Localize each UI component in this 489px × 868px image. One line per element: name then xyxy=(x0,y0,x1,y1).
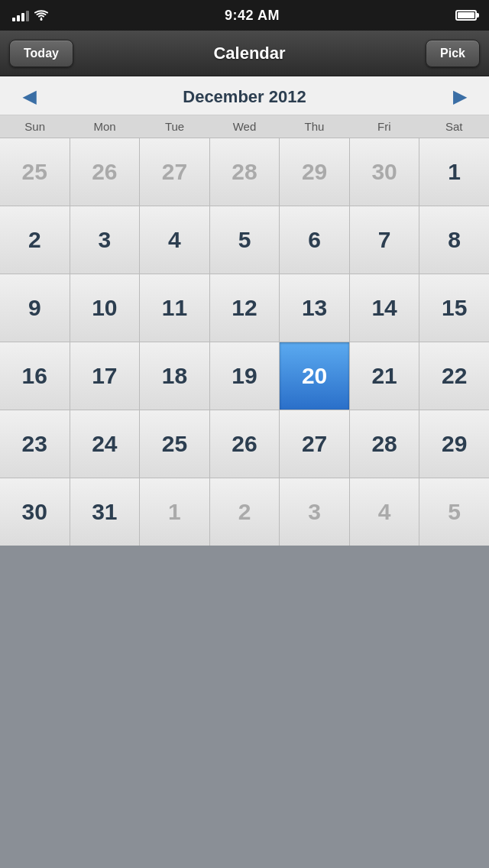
calendar-day-23[interactable]: 18 xyxy=(140,342,209,410)
calendar-day-18[interactable]: 13 xyxy=(280,274,349,342)
calendar-day-17[interactable]: 12 xyxy=(210,274,280,342)
calendar-day-20[interactable]: 15 xyxy=(419,274,489,342)
day-header-wed: Wed xyxy=(209,115,279,138)
calendar-day-14[interactable]: 9 xyxy=(0,274,70,342)
pick-button[interactable]: Pick xyxy=(426,40,480,67)
nav-bar: Today Calendar Pick xyxy=(0,31,489,76)
calendar-day-19[interactable]: 14 xyxy=(350,274,419,342)
month-title: December 2012 xyxy=(183,87,306,107)
wifi-icon xyxy=(34,9,49,21)
calendar-day-28[interactable]: 23 xyxy=(0,410,70,478)
calendar-day-30[interactable]: 25 xyxy=(140,410,209,478)
nav-title: Calendar xyxy=(213,44,285,63)
calendar-day-25[interactable]: 20 xyxy=(280,342,349,410)
calendar-day-39[interactable]: 3 xyxy=(280,478,349,546)
calendar-day-6[interactable]: 1 xyxy=(419,138,489,206)
calendar-day-41[interactable]: 5 xyxy=(419,478,489,546)
status-time: 9:42 AM xyxy=(225,8,280,24)
calendar-day-10[interactable]: 5 xyxy=(210,206,280,274)
calendar-day-35[interactable]: 30 xyxy=(0,478,70,546)
calendar-day-7[interactable]: 2 xyxy=(0,206,70,274)
calendar-day-36[interactable]: 31 xyxy=(70,478,140,546)
calendar-day-33[interactable]: 28 xyxy=(350,410,419,478)
calendar-day-13[interactable]: 8 xyxy=(419,206,489,274)
day-header-tue: Tue xyxy=(140,115,209,138)
today-button[interactable]: Today xyxy=(9,40,73,67)
calendar-day-9[interactable]: 4 xyxy=(140,206,209,274)
calendar-day-2[interactable]: 27 xyxy=(140,138,209,206)
calendar-day-37[interactable]: 1 xyxy=(140,478,209,546)
calendar-day-26[interactable]: 21 xyxy=(350,342,419,410)
calendar-day-34[interactable]: 29 xyxy=(419,410,489,478)
battery-icon xyxy=(455,10,477,21)
day-header-mon: Mon xyxy=(70,115,139,138)
calendar-day-1[interactable]: 26 xyxy=(70,138,140,206)
calendar-day-8[interactable]: 3 xyxy=(70,206,140,274)
month-header: ◀ December 2012 ▶ xyxy=(0,76,489,115)
day-header-thu: Thu xyxy=(280,115,349,138)
calendar-day-16[interactable]: 11 xyxy=(140,274,209,342)
status-left xyxy=(12,9,49,21)
calendar-day-31[interactable]: 26 xyxy=(210,410,280,478)
signal-icon xyxy=(12,9,29,21)
calendar-day-4[interactable]: 29 xyxy=(280,138,349,206)
calendar-day-3[interactable]: 28 xyxy=(210,138,280,206)
day-header-fri: Fri xyxy=(349,115,419,138)
lower-area xyxy=(0,546,489,868)
battery-fill xyxy=(458,12,474,18)
calendar-day-12[interactable]: 7 xyxy=(350,206,419,274)
calendar-day-11[interactable]: 6 xyxy=(280,206,349,274)
calendar-day-15[interactable]: 10 xyxy=(70,274,140,342)
calendar-day-0[interactable]: 25 xyxy=(0,138,70,206)
prev-month-button[interactable]: ◀ xyxy=(8,87,51,107)
status-bar: 9:42 AM xyxy=(0,0,489,31)
day-header-sun: Sun xyxy=(0,115,70,138)
next-month-button[interactable]: ▶ xyxy=(438,87,481,107)
svg-point-0 xyxy=(40,18,43,21)
calendar-day-40[interactable]: 4 xyxy=(350,478,419,546)
day-headers: SunMonTueWedThuFriSat xyxy=(0,115,489,138)
day-header-sat: Sat xyxy=(419,115,489,138)
calendar-day-29[interactable]: 24 xyxy=(70,410,140,478)
calendar-grid: 2526272829301234567891011121314151617181… xyxy=(0,138,489,546)
calendar-day-38[interactable]: 2 xyxy=(210,478,280,546)
calendar-day-32[interactable]: 27 xyxy=(280,410,349,478)
calendar-container: ◀ December 2012 ▶ SunMonTueWedThuFriSat … xyxy=(0,76,489,546)
calendar-day-27[interactable]: 22 xyxy=(419,342,489,410)
calendar-day-24[interactable]: 19 xyxy=(210,342,280,410)
calendar-day-5[interactable]: 30 xyxy=(350,138,419,206)
calendar-day-22[interactable]: 17 xyxy=(70,342,140,410)
calendar-day-21[interactable]: 16 xyxy=(0,342,70,410)
